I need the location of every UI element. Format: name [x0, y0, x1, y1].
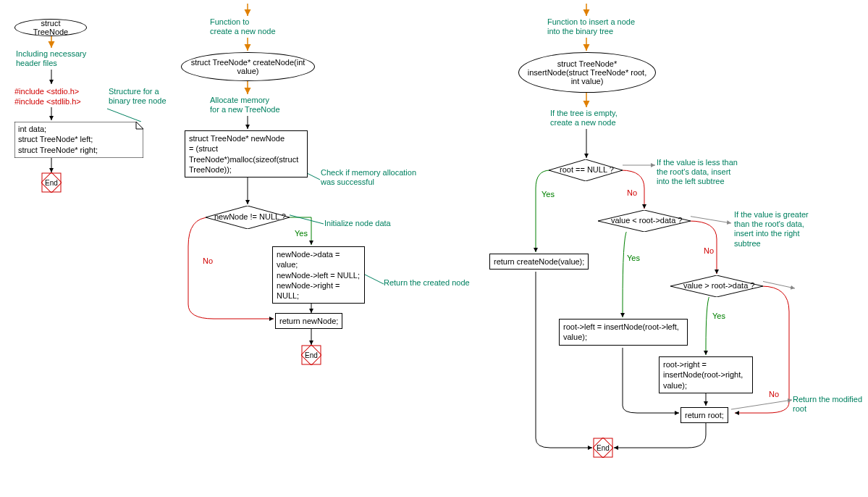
comment-return-node: Return the created node [384, 278, 470, 288]
svg-line-4 [107, 109, 141, 122]
decision-root-null-label: root == NULL ? [560, 165, 614, 174]
box-init-node: newNode->data = value; newNode->left = N… [272, 246, 365, 304]
box-insert-left: root->left = insertNode(root->left, valu… [559, 319, 688, 346]
svg-line-23 [731, 400, 792, 409]
comment-struct: Structure for a binary tree node [109, 87, 167, 106]
edge-no-3c: No [769, 390, 779, 398]
decision-value-less: value < root->data ? [598, 210, 691, 232]
edge-yes-3b: Yes [627, 254, 640, 262]
edge-yes-3a: Yes [542, 190, 555, 199]
decision-root-null: root == NULL ? [549, 159, 623, 181]
comment-fn-insert: Function to insert a node into the binar… [547, 17, 635, 36]
edge-no-3b: No [704, 246, 714, 255]
decision-newnode-null: newNode != NULL ? [206, 206, 290, 229]
comment-include: Including necessary header files [16, 49, 86, 68]
end-node-3: End [593, 438, 613, 458]
comment-less-than: If the value is less than the root's dat… [657, 158, 738, 187]
struct-fields-fold: int data; struct TreeNode* left; struct … [14, 122, 143, 158]
start-label-3: struct TreeNode* insertNode(struct TreeN… [526, 59, 648, 85]
edge-no-2: No [203, 256, 213, 265]
box-return-newnode: return newNode; [275, 313, 342, 329]
includes-text: #include <stdio.h> #include <stdlib.h> [14, 86, 81, 107]
box-malloc: struct TreeNode* newNode = (struct TreeN… [185, 130, 308, 178]
decision-value-less-label: value < root->data ? [611, 216, 682, 225]
svg-line-13 [287, 214, 324, 224]
svg-line-22 [762, 281, 795, 288]
end-node-1: End [41, 172, 62, 193]
end-label-3: End [597, 444, 610, 452]
svg-line-14 [363, 274, 384, 284]
start-node-treenode: struct TreeNode [14, 19, 87, 36]
svg-line-21 [688, 216, 731, 223]
edge-yes-3c: Yes [712, 312, 725, 320]
box-return-root: return root; [681, 407, 728, 423]
box-return-createnode: return createNode(value); [489, 254, 589, 270]
box-insert-right: root->right = insertNode(root->right, va… [659, 356, 753, 393]
comment-greater-than: If the value is greater than the root's … [734, 210, 809, 248]
end-label-1: End [45, 179, 58, 187]
comment-init-node: Initialize node data [324, 219, 391, 228]
edge-no-3a: No [627, 188, 637, 197]
comment-alloc: Allocate memory for a new TreeNode [210, 96, 280, 114]
struct-fields-text: int data; struct TreeNode* left; struct … [14, 122, 143, 157]
comment-return-root: Return the modified root [793, 395, 868, 414]
start-node-createnode: struct TreeNode* createNode(int value) [181, 52, 315, 81]
edge-yes-2: Yes [295, 229, 308, 238]
comment-tree-empty: If the tree is empty, create a new node [550, 109, 618, 128]
decision-newnode-label: newNode != NULL ? [214, 212, 286, 221]
start-label: struct TreeNode [22, 19, 79, 36]
start-node-insertnode: struct TreeNode* insertNode(struct TreeN… [518, 52, 656, 93]
decision-value-greater: value > root->data ? [670, 275, 763, 297]
decision-value-greater-label: value > root->data ? [683, 281, 754, 290]
comment-check-alloc: Check if memory allocation was successfu… [321, 168, 416, 187]
comment-fn-create: Function to create a new node [210, 17, 276, 36]
end-label-2: End [305, 351, 318, 359]
start-label-2: struct TreeNode* createNode(int value) [189, 58, 307, 75]
end-node-2: End [301, 345, 321, 365]
